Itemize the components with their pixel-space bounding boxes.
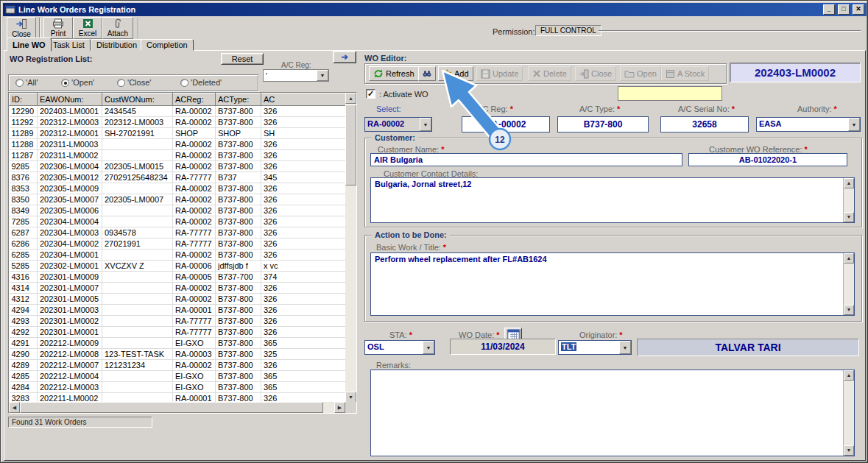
grid-cell[interactable]: 4316 [10, 272, 38, 283]
customer-contact-field[interactable]: Bulgaria, Jornal street,12 ▲ ▼ [370, 177, 855, 223]
activate-info-field[interactable] [618, 86, 722, 101]
close-button[interactable]: Close [7, 17, 36, 39]
grid-cell[interactable]: 27021991 [102, 238, 173, 250]
radio-close[interactable]: 'Close' [117, 78, 151, 87]
scroll-down-button[interactable]: ▼ [345, 392, 356, 403]
grid-cell[interactable]: RA-00002 [173, 183, 216, 194]
grid-cell[interactable]: 202301-LM0003 [38, 305, 102, 316]
table-row[interactable]: 5285202302-LM0001XVCZXV ZRA-00006jdffsjd… [10, 261, 346, 272]
scrollbar-thumb[interactable] [20, 402, 323, 413]
grid-cell[interactable]: 202305-LM0007 [102, 194, 173, 205]
maximize-button[interactable]: □ [838, 4, 850, 15]
grid-cell[interactable]: x vc [261, 261, 346, 272]
grid-cell[interactable]: RA-00005 [173, 272, 216, 283]
grid-cell[interactable]: 365 [261, 371, 346, 382]
grid-cell[interactable]: 202305-LM0012 [38, 172, 102, 183]
table-row[interactable]: 11287202311-LM0002RA-00002B737-800326 [10, 150, 346, 161]
grid-cell[interactable]: RA-00002 [173, 161, 216, 172]
grid-cell[interactable] [102, 294, 173, 305]
grid-cell[interactable]: 326 [261, 305, 346, 316]
table-row[interactable]: 4292202301-LM0001RA-77777B737-800326 [10, 327, 346, 338]
grid-cell[interactable] [102, 205, 173, 216]
grid-cell[interactable]: RA-00002 [173, 216, 216, 227]
grid-cell[interactable] [102, 305, 173, 316]
table-row[interactable]: 11288202311-LM0003RA-00002B737-800326 [10, 139, 346, 150]
grid-cell[interactable]: 202301-LM0002 [38, 316, 102, 327]
customer-ref-field[interactable]: AB-01022020-1 [688, 153, 847, 166]
grid-cell[interactable]: 11287 [10, 150, 38, 161]
grid-cell[interactable]: 202212-LM0003 [38, 382, 102, 393]
grid-cell[interactable]: RA-77777 [173, 172, 216, 183]
grid-cell[interactable]: B737-800 [216, 216, 261, 227]
tab-task-list[interactable]: Task List [47, 39, 91, 51]
radio-deleted[interactable]: 'Deleted' [180, 78, 222, 87]
grid-cell[interactable]: 202306-LM0004 [38, 161, 102, 172]
grid-cell[interactable]: 202301-LM0007 [38, 283, 102, 294]
grid-cell[interactable]: 326 [261, 294, 346, 305]
radio-deleted-label[interactable]: 'Deleted' [191, 78, 222, 87]
grid-horizontal-scrollbar[interactable]: ◀ ▶ [9, 402, 345, 413]
acreg-field[interactable]: RA-00002 [462, 116, 550, 132]
grid-cell[interactable]: B737-800 [216, 305, 261, 316]
grid-cell[interactable]: 202305-LM0006 [38, 205, 102, 216]
next-record-button[interactable]: ➔ [333, 51, 356, 63]
grid-cell[interactable]: 4285 [10, 371, 38, 382]
grid-cell[interactable]: 326 [261, 360, 346, 371]
table-row[interactable]: 4314202301-LM0007RA-00002B737-800326 [10, 283, 346, 294]
scroll-up-button[interactable]: ▲ [345, 93, 356, 104]
grid-cell[interactable]: 202212-LM0007 [38, 360, 102, 371]
radio-open[interactable]: 'Open' [61, 78, 94, 87]
grid-cell[interactable]: 4292 [10, 327, 38, 338]
grid-cell[interactable]: 8376 [10, 172, 38, 183]
grid-cell[interactable]: 326 [261, 117, 346, 128]
grid-cell[interactable]: 8349 [10, 205, 38, 216]
grid-cell[interactable]: B737-800 [216, 117, 261, 128]
activate-wo-checkbox[interactable]: ✓ [366, 89, 375, 99]
grid-cell[interactable]: 326 [261, 216, 346, 227]
scroll-down-button[interactable]: ▼ [844, 212, 854, 222]
table-row[interactable]: 9285202306-LM0004202305-LM0015RA-00002B7… [10, 161, 346, 172]
grid-cell[interactable]: 326 [261, 106, 346, 117]
grid-cell[interactable]: 12290 [10, 106, 38, 117]
grid-cell[interactable]: 123-TEST-TASK [102, 349, 173, 360]
grid-cell[interactable]: 326 [261, 150, 346, 161]
grid-cell[interactable]: B737-800 [216, 283, 261, 294]
grid-cell[interactable]: 202212-LM0004 [38, 371, 102, 382]
grid-cell[interactable]: RA-00002 [173, 360, 216, 371]
grid-cell[interactable]: 202212-LM0008 [38, 349, 102, 360]
minimize-button[interactable]: _ [823, 4, 835, 15]
column-header[interactable]: ID: [10, 93, 38, 106]
grid-cell[interactable]: 11289 [10, 128, 38, 139]
grid-cell[interactable]: EI-GXO [173, 338, 216, 349]
column-header[interactable]: ACType: [216, 93, 261, 106]
memo-scrollbar[interactable]: ▲ ▼ [843, 370, 854, 456]
grid-cell[interactable]: 326 [261, 227, 346, 238]
memo-scrollbar[interactable]: ▲ ▼ [843, 178, 854, 222]
radio-close-label[interactable]: 'Close' [127, 78, 151, 87]
grid-cell[interactable]: B737-800 [216, 250, 261, 261]
column-header[interactable]: EAWONum: [38, 93, 102, 106]
grid-cell[interactable]: B737-800 [216, 360, 261, 371]
originator-combo[interactable]: TLT ▼ [558, 340, 632, 355]
dropdown-button[interactable]: ▼ [619, 341, 631, 354]
grid-cell[interactable]: XVCZXV Z [102, 261, 173, 272]
grid-cell[interactable] [102, 150, 173, 161]
grid-vertical-scrollbar[interactable]: ▲ ▼ [345, 93, 356, 403]
dropdown-button[interactable]: ▼ [420, 118, 431, 131]
scroll-down-button[interactable]: ▼ [844, 305, 854, 315]
memo-scrollbar[interactable]: ▲ ▼ [843, 253, 854, 315]
grid-cell[interactable]: 202212-LM0009 [38, 338, 102, 349]
grid-cell[interactable]: RA-00002 [173, 205, 216, 216]
grid-cell[interactable]: 326 [261, 238, 346, 250]
table-row[interactable]: 11289202312-LM0001SH-27021991SHOPSHOPSH [10, 128, 346, 139]
grid-cell[interactable]: EI-GXO [173, 382, 216, 393]
grid-cell[interactable]: 3283 [10, 393, 38, 403]
grid-cell[interactable]: B737-800 [216, 106, 261, 117]
grid-cell[interactable]: 11288 [10, 139, 38, 150]
grid-cell[interactable]: 202311-LM0002 [38, 150, 102, 161]
grid-cell[interactable] [102, 393, 173, 403]
grid-cell[interactable]: 374 [261, 272, 346, 283]
grid-cell[interactable]: RA-00002 [173, 117, 216, 128]
excel-button[interactable]: Excel [73, 17, 102, 39]
actype-field[interactable]: B737-800 [557, 116, 649, 132]
